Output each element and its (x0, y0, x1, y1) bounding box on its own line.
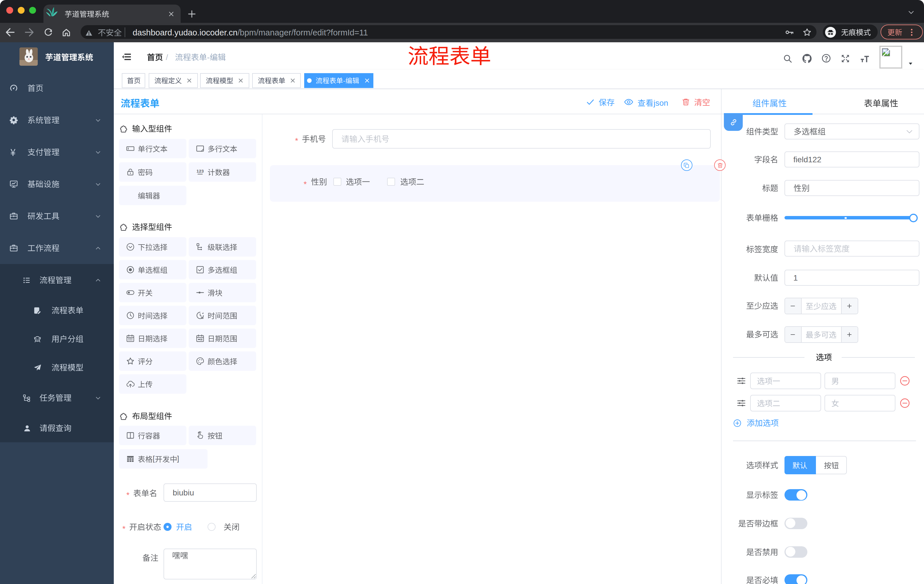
svg-text:123: 123 (196, 169, 204, 173)
